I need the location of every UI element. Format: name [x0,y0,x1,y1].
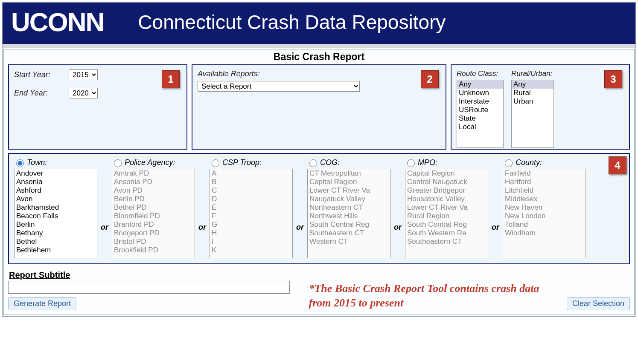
radio-cog[interactable] [309,159,317,167]
geo-option: South Central Reg [405,220,488,229]
rural-urban-list[interactable]: AnyRuralUrban [511,80,554,148]
rural-urban-label: Rural/Urban: [511,69,554,78]
geo-option: South Central Reg [308,220,390,229]
route-option[interactable]: State [457,114,503,123]
geo-option: Tolland [503,220,586,229]
geo-option: Lower CT River Va [405,203,488,212]
route-option[interactable]: Interstate [457,97,503,106]
geo-option[interactable]: Bethel [15,237,97,246]
badge-1: 1 [162,70,180,88]
geo-option: Capital Region [405,169,488,178]
radio-csp[interactable] [212,159,219,167]
rural-option[interactable]: Rural [512,89,554,97]
badge-3: 3 [604,70,622,88]
start-year-label: Start Year: [14,70,61,79]
geo-option[interactable]: Avon [15,195,97,203]
panel-years: Start Year: 2015 End Year: 2020 1 [8,64,187,150]
footer-note: *The Basic Crash Report Tool contains cr… [309,281,548,310]
content-area: Basic Crash Report Start Year: 2015 End … [3,49,635,315]
geo-option: B [210,178,292,186]
or-separator: or [394,223,402,232]
panel-route-rural: Route Class: AnyUnknownInterstateUSRoute… [451,64,630,150]
generate-report-button[interactable]: Generate Report [8,297,76,310]
or-separator: or [492,223,499,232]
geo-option: Northeastern CT [308,203,390,212]
uconn-logo: UCONN [11,7,104,37]
geo-option: New London [503,212,586,220]
header-bar: UCONN Connecticut Crash Data Repository [3,3,635,44]
geo-option[interactable]: Bethany [15,229,97,237]
geo-option: Brookfield PD [112,246,195,254]
route-class-label: Route Class: [457,69,504,78]
geo-option: Litchfield [503,186,586,195]
or-separator: or [101,223,108,232]
geo-col-mpo: MPO:Capital RegionCentral NaugatuckGreat… [405,158,488,258]
radio-county[interactable] [505,159,513,167]
geo-option[interactable]: Ashford [15,186,97,195]
or-separator: or [296,223,304,232]
geo-option: South Western Re [405,229,488,237]
geo-option: Hartford [503,178,586,186]
geo-option: Ansonia PD [112,178,195,186]
geo-option: Naugatuck Valley [308,195,390,203]
geo-option[interactable]: Andover [15,169,97,178]
geo-option[interactable]: Bethlehem [15,246,97,254]
geo-list-town[interactable]: AndoverAnsoniaAshfordAvonBarkhamstedBeac… [14,169,97,258]
geo-option: Southeastern CT [405,237,488,246]
geo-col-county: County:FairfieldHartfordLitchfieldMiddle… [503,158,586,258]
geo-option: Windham [503,229,586,237]
radio-mpo[interactable] [407,159,415,167]
route-option[interactable]: Local [457,123,503,131]
report-subtitle-input[interactable] [8,281,290,294]
geo-col-cog: COG:CT MetropolitanCapital RegionLower C… [307,158,390,258]
radio-agency[interactable] [114,159,122,167]
geo-label-mpo: MPO: [418,158,437,167]
end-year-label: End Year: [14,89,61,98]
geo-option[interactable]: Barkhamsted [15,203,97,212]
geo-option: Central Naugatuck [405,178,488,186]
geo-option: A [210,169,292,178]
badge-4: 4 [609,156,626,174]
rural-option[interactable]: Urban [512,97,554,106]
geo-option: New Haven [503,203,586,212]
route-option[interactable]: Any [457,80,503,89]
route-option[interactable]: USRoute [457,106,503,114]
geo-option: Bethel PD [112,203,195,212]
page-title: Connecticut Crash Data Repository [138,11,446,34]
geo-option: Capital Region [308,178,390,186]
geo-option: K [210,246,292,254]
geo-option: Housatonic Valley [405,195,488,203]
geo-option: Bristol PD [112,237,195,246]
badge-2: 2 [421,70,439,88]
available-reports-select[interactable]: Select a Report [198,81,360,92]
start-year-select[interactable]: 2015 [69,69,98,80]
geo-option: C [210,186,292,195]
geo-option: Bloomfield PD [112,212,195,220]
geo-list-csp: ABCDEFGHIK [210,169,293,258]
geo-option[interactable]: Berlin [15,220,97,229]
geo-option: D [210,195,292,203]
panel-reports: Available Reports: Select a Report 2 [192,64,446,150]
geo-list-cog: CT MetropolitanCapital RegionLower CT Ri… [307,169,390,258]
rural-option[interactable]: Any [512,80,554,89]
radio-town[interactable] [16,159,24,167]
geo-option: Fairfield [503,169,586,178]
geo-label-town: Town: [27,158,47,167]
geo-option[interactable]: Beacon Falls [15,212,97,220]
geo-option: Western CT [308,237,390,246]
route-class-list[interactable]: AnyUnknownInterstateUSRouteStateLocal [457,80,504,148]
available-reports-label: Available Reports: [198,69,260,78]
geo-option: I [210,237,292,246]
end-year-select[interactable]: 2020 [69,88,98,98]
geo-list-agency: Amtrak PDAnsonia PDAvon PDBerlin PDBethe… [112,169,195,258]
geo-option: Greater Bridgepor [405,186,488,195]
geo-option: E [210,203,292,212]
divider-strip [3,44,635,48]
geo-option[interactable]: Ansonia [15,178,97,186]
route-option[interactable]: Unknown [457,89,503,97]
geo-option: Branford PD [112,220,195,229]
panel-geography: 4 Town:AndoverAnsoniaAshfordAvonBarkhams… [8,153,630,264]
geo-label-csp: CSP Troop: [222,158,262,167]
geo-list-county: FairfieldHartfordLitchfieldMiddlesexNew … [503,169,586,258]
clear-selection-button[interactable]: Clear Selection [567,297,630,310]
